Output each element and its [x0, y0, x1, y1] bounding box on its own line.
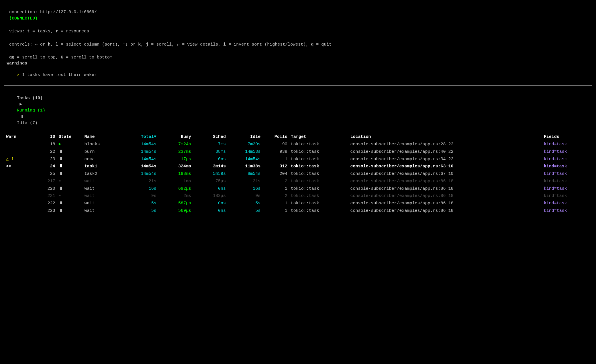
cell-polls: 2: [262, 192, 289, 200]
cell-warn: [4, 192, 32, 200]
cell-state: ⏸: [57, 185, 83, 193]
col-header-polls: Polls: [262, 133, 289, 141]
cell-total: 16s: [118, 185, 158, 193]
cell-id: 222: [32, 200, 57, 207]
table-row[interactable]: 25⏸task214m54s198ms5m59s8m54s204tokio::t…: [4, 170, 592, 178]
cell-idle: 16s: [228, 185, 262, 193]
cell-sched: 0ns: [193, 207, 228, 215]
cell-polls: 1: [262, 156, 289, 163]
warnings-title: Warnings: [6, 60, 28, 67]
cell-name: wait: [83, 178, 119, 185]
col-header-name: Name: [83, 133, 119, 141]
cell-warn: >>: [4, 163, 32, 170]
cell-target: tokio::task: [289, 200, 349, 207]
cell-name: wait: [83, 207, 119, 215]
cell-total: 9s: [118, 192, 158, 200]
table-row[interactable]: 217▪wait21s1ms75μs21s2tokio::taskconsole…: [4, 178, 592, 185]
cell-target: tokio::task: [289, 163, 349, 170]
cell-warn: [4, 185, 32, 193]
warnings-box: Warnings △ 1 tasks have lost their waker: [4, 63, 592, 86]
cell-warn: [4, 200, 32, 207]
table-row[interactable]: △ 123⏸coma14m54s17μs0ns14m54s1tokio::tas…: [4, 156, 592, 163]
table-row[interactable]: 220⏸wait16s692μs0ns16s1tokio::taskconsol…: [4, 185, 592, 193]
col-header-state: State: [57, 133, 83, 141]
tasks-title: Tasks (10): [17, 96, 43, 101]
cell-target: tokio::task: [289, 192, 349, 200]
cell-state: ▪: [57, 192, 83, 200]
cell-total: 5s: [118, 207, 158, 215]
table-row[interactable]: 223⏸wait5s569μs0ns5s1tokio::taskconsole-…: [4, 207, 592, 215]
controls-line: controls: ↔ or h, l = select column (sor…: [4, 35, 592, 48]
cell-sched: 0ns: [193, 200, 228, 207]
cell-warn: [4, 207, 32, 215]
cell-warn: [4, 178, 32, 185]
cell-sched: 3m14s: [193, 163, 228, 170]
cell-busy: 1ms: [158, 178, 193, 185]
cell-total: 14m54s: [118, 170, 158, 178]
tasks-tbody: 18►blocks14m54s7m24s7ms7m29s90tokio::tas…: [4, 141, 592, 215]
col-header-total: Total▼: [118, 133, 158, 141]
cell-id: 223: [32, 207, 57, 215]
cell-busy: 569μs: [158, 207, 193, 215]
cell-fields: kind=task: [542, 156, 592, 163]
cell-state: ⏸: [57, 200, 83, 207]
cell-id: 18: [32, 141, 57, 148]
cell-sched: 0ns: [193, 156, 228, 163]
cell-id: 22: [32, 148, 57, 156]
col-header-sched: Sched: [193, 133, 228, 141]
cell-state: ▪: [57, 178, 83, 185]
table-row[interactable]: >>24⏸task114m54s324ms3m14s11m38s312tokio…: [4, 163, 592, 170]
cell-location: console-subscriber/examples/app.rs:40:22: [349, 148, 542, 156]
cell-target: tokio::task: [289, 185, 349, 193]
table-row[interactable]: 221▪wait9s2ms183μs9s2tokio::taskconsole-…: [4, 192, 592, 200]
idle-label: Idle (7): [17, 121, 38, 126]
views-line: views: t = tasks, r = resources: [4, 22, 592, 35]
table-row[interactable]: 222⏸wait5s587μs0ns5s1tokio::taskconsole-…: [4, 200, 592, 207]
cell-sched: 5m59s: [193, 170, 228, 178]
col-header-id: ID: [32, 133, 57, 141]
cell-idle: 8m54s: [228, 170, 262, 178]
cell-target: tokio::task: [289, 178, 349, 185]
cell-location: console-subscriber/examples/app.rs:86:18: [349, 207, 542, 215]
cell-busy: 17μs: [158, 156, 193, 163]
cell-polls: 90: [262, 141, 289, 148]
cell-name: task1: [83, 163, 119, 170]
cell-fields: kind=task: [542, 200, 592, 207]
cell-total: 21s: [118, 178, 158, 185]
cell-sched: 7ms: [193, 141, 228, 148]
cell-idle: 7m29s: [228, 141, 262, 148]
cell-warn: [4, 148, 32, 156]
col-header-fields: Fields: [542, 133, 592, 141]
cell-fields: kind=task: [542, 185, 592, 193]
cell-target: tokio::task: [289, 148, 349, 156]
cell-idle: 14m54s: [228, 156, 262, 163]
table-row[interactable]: 22⏸burn14m54s237ms38ms14m53s938tokio::ta…: [4, 148, 592, 156]
cell-idle: 9s: [228, 192, 262, 200]
cell-id: 24: [32, 163, 57, 170]
cell-total: 5s: [118, 200, 158, 207]
cell-idle: 11m38s: [228, 163, 262, 170]
cell-sched: 75μs: [193, 178, 228, 185]
cell-state: ►: [57, 141, 83, 148]
cell-target: tokio::task: [289, 170, 349, 178]
cell-warn: [4, 170, 32, 178]
cell-total: 14m54s: [118, 156, 158, 163]
col-header-warn: Warn: [4, 133, 32, 141]
cell-state: ⏸: [57, 163, 83, 170]
cell-fields: kind=task: [542, 141, 592, 148]
cell-polls: 2: [262, 178, 289, 185]
cell-state: ⏸: [57, 156, 83, 163]
cell-polls: 1: [262, 185, 289, 193]
cell-name: coma: [83, 156, 119, 163]
cell-busy: 587μs: [158, 200, 193, 207]
cell-id: 220: [32, 185, 57, 193]
cell-target: tokio::task: [289, 141, 349, 148]
cell-state: ⏸: [57, 148, 83, 156]
cell-name: burn: [83, 148, 119, 156]
cell-idle: 21s: [228, 178, 262, 185]
cell-id: 25: [32, 170, 57, 178]
cell-busy: 692μs: [158, 185, 193, 193]
cell-busy: 237ms: [158, 148, 193, 156]
table-row[interactable]: 18►blocks14m54s7m24s7ms7m29s90tokio::tas…: [4, 141, 592, 148]
cell-total: 14m54s: [118, 163, 158, 170]
